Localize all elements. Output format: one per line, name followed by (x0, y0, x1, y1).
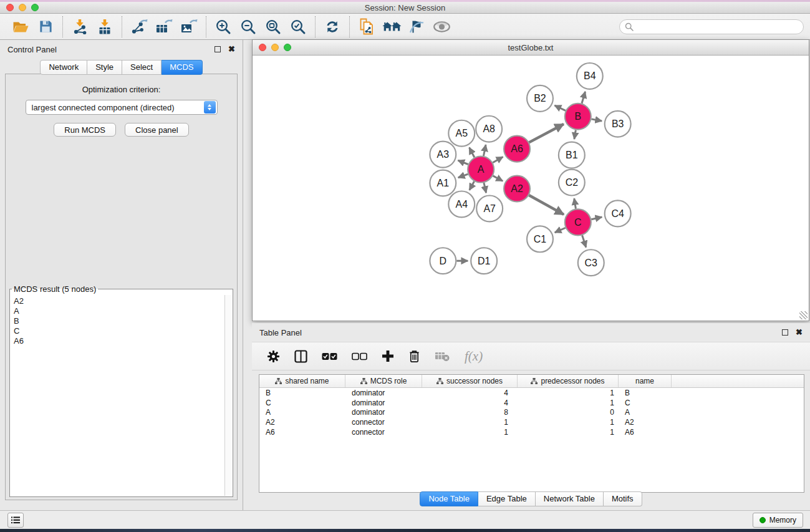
table-row[interactable]: Adominator80A (259, 408, 804, 418)
tab-network-table[interactable]: Network Table (536, 491, 604, 506)
graph-node-C4[interactable]: C4 (605, 200, 631, 226)
zoom-in-button[interactable] (212, 16, 234, 37)
column-header-predecessor-nodes[interactable]: predecessor nodes (518, 375, 619, 387)
mcds-result-item[interactable]: A6 (14, 336, 224, 346)
home-view-button[interactable] (380, 16, 403, 37)
zoom-out-button[interactable] (237, 16, 259, 37)
graph-edge-A-A1[interactable] (458, 174, 468, 178)
result-scrollbar[interactable] (224, 295, 232, 496)
table-row[interactable]: A6connector11A6 (259, 427, 804, 437)
column-header-name[interactable]: name (619, 375, 672, 387)
graph-node-C1[interactable]: C1 (527, 226, 553, 252)
import-network-button[interactable] (69, 16, 91, 37)
graph-node-B2[interactable]: B2 (527, 85, 553, 112)
tab-style[interactable]: Style (87, 60, 122, 75)
graph-edge-B-B2[interactable] (554, 105, 566, 110)
search-input[interactable] (634, 22, 798, 31)
graph-edge-B-B3[interactable] (591, 119, 602, 121)
graph-edge-C-C1[interactable] (555, 228, 566, 233)
graph-node-B[interactable]: B (565, 104, 591, 130)
graph-node-B1[interactable]: B1 (559, 142, 585, 168)
graph-node-A8[interactable]: A8 (476, 116, 502, 142)
graph-edge-B-B1[interactable] (574, 130, 576, 139)
table-row[interactable]: Bdominator41B (259, 388, 804, 398)
import-table-button[interactable] (94, 16, 116, 37)
graph-node-D[interactable]: D (430, 248, 456, 274)
tab-network[interactable]: Network (40, 60, 87, 75)
zoom-fit-button[interactable] (262, 16, 284, 37)
network-close-button[interactable] (259, 44, 266, 51)
graph-edge-A-A7[interactable] (484, 183, 486, 193)
add-column-button[interactable] (382, 350, 394, 362)
column-header-successor-nodes[interactable]: successor nodes (422, 375, 518, 387)
graph-node-A3[interactable]: A3 (430, 142, 456, 168)
export-table-button[interactable] (153, 16, 175, 37)
function-builder-button[interactable]: f(x) (465, 349, 483, 364)
graph-node-A6[interactable]: A6 (504, 136, 530, 162)
graph-edge-C-C3[interactable] (582, 235, 586, 247)
graph-edge-A-A6[interactable] (493, 157, 503, 163)
delete-table-button[interactable] (435, 351, 450, 362)
split-view-button[interactable] (294, 350, 307, 363)
close-panel-icon[interactable]: ✖ (228, 46, 235, 52)
show-details-button[interactable] (430, 16, 453, 37)
search-box[interactable] (619, 19, 804, 34)
graph-node-A2[interactable]: A2 (504, 176, 530, 202)
run-mcds-button[interactable]: Run MCDS (54, 123, 116, 137)
graph-edge-A-A8[interactable] (483, 145, 486, 156)
criterion-dropdown[interactable]: largest connected component (directed) (26, 100, 218, 115)
network-graph[interactable]: B4B2BB3A8A5A6A3B1AA1C2A2A4A7C4CC1DD1C3 (253, 56, 809, 321)
graph-node-C2[interactable]: C2 (559, 170, 585, 196)
close-window-button[interactable] (6, 4, 14, 11)
window-resize-grip[interactable] (799, 311, 808, 319)
table-row[interactable]: Cdominator41C (259, 398, 804, 408)
mcds-result-item[interactable]: B (14, 316, 224, 326)
open-session-button[interactable] (9, 16, 32, 37)
graph-edge-C-C2[interactable] (574, 198, 576, 209)
float-table-panel-icon[interactable] (782, 329, 788, 336)
graph-node-A4[interactable]: A4 (448, 191, 475, 217)
graph-node-A1[interactable]: A1 (430, 170, 456, 196)
mcds-result-list[interactable]: A2ABCA6 (11, 295, 224, 496)
refresh-button[interactable] (321, 16, 344, 37)
network-window-titlebar[interactable]: testGlobe.txt (253, 40, 809, 56)
graph-edge-C-C4[interactable] (591, 217, 602, 220)
mcds-result-item[interactable]: C (14, 326, 224, 336)
network-minimize-button[interactable] (271, 44, 279, 51)
graph-node-A[interactable]: A (468, 157, 494, 183)
column-header-shared-name[interactable]: shared name (259, 375, 345, 387)
select-all-button[interactable] (322, 352, 337, 360)
graph-node-B3[interactable]: B3 (605, 111, 631, 137)
graph-node-A7[interactable]: A7 (476, 195, 503, 221)
graph-edge-A-A4[interactable] (470, 181, 475, 190)
graph-edge-A6-B[interactable] (529, 124, 563, 142)
export-network-button[interactable] (128, 16, 150, 37)
graph-node-C[interactable]: C (565, 209, 591, 235)
graph-node-D1[interactable]: D1 (471, 248, 497, 274)
network-zoom-button[interactable] (284, 44, 291, 51)
zoom-window-button[interactable] (31, 4, 39, 11)
delete-column-button[interactable] (408, 349, 420, 363)
zoom-selected-button[interactable] (287, 16, 309, 37)
memory-button[interactable]: Memory (753, 513, 803, 528)
hide-panels-button[interactable] (405, 16, 428, 37)
graph-edge-A2-C[interactable] (529, 195, 564, 215)
table-row[interactable]: A2connector11A2 (259, 417, 804, 427)
mcds-result-item[interactable]: A (14, 306, 224, 316)
deselect-all-button[interactable] (352, 352, 367, 360)
save-session-button[interactable] (34, 16, 57, 37)
minimize-window-button[interactable] (19, 4, 26, 11)
graph-edge-B-B4[interactable] (582, 92, 585, 104)
network-canvas[interactable]: B4B2BB3A8A5A6A3B1AA1C2A2A4A7C4CC1DD1C3 (253, 56, 809, 321)
clone-network-button[interactable] (355, 16, 378, 37)
tab-node-table[interactable]: Node Table (420, 491, 478, 506)
tab-edge-table[interactable]: Edge Table (478, 491, 536, 506)
export-image-button[interactable] (178, 16, 200, 37)
column-settings-button[interactable] (267, 350, 280, 363)
graph-node-C3[interactable]: C3 (578, 249, 604, 276)
column-header-mcds-role[interactable]: MCDS role (345, 375, 422, 387)
graph-edge-A-A3[interactable] (458, 160, 468, 164)
graph-edge-A-A2[interactable] (493, 176, 503, 181)
graph-node-A5[interactable]: A5 (448, 120, 475, 147)
mcds-result-item[interactable]: A2 (14, 296, 224, 306)
